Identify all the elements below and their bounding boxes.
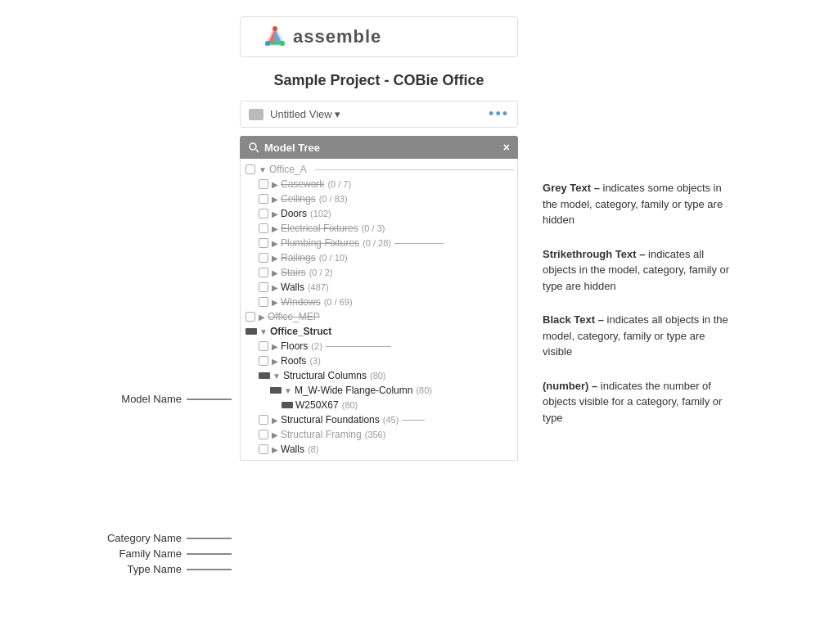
svg-point-4 — [273, 26, 277, 31]
category-name-line — [187, 538, 232, 539]
annotation-black-bold: Black Text – — [543, 313, 604, 326]
item-text-walls-struct: Walls — [281, 444, 304, 455]
svg-line-8 — [256, 150, 259, 153]
expand-office-a[interactable]: ▼ — [259, 165, 267, 174]
expand-stairs[interactable]: ▶ — [272, 268, 278, 277]
checkbox-struct-foundations[interactable] — [259, 415, 268, 425]
model-tree-header: Model Tree × — [240, 136, 518, 159]
count-windows: (0 / 69) — [324, 297, 353, 307]
item-text-stairs: Stairs — [281, 267, 306, 278]
checkbox-plumbing[interactable] — [259, 238, 268, 248]
item-text-doors: Doors — [281, 208, 307, 219]
tree-row-struct-framing[interactable]: ▶ Structural Framing (356) — [241, 427, 517, 442]
checkbox-ceilings[interactable] — [259, 194, 268, 204]
annotation-strikethrough-content: Strikethrough Text – indicates all objec… — [543, 246, 731, 295]
model-tree-container: ▼ Office_A ▶ Casework (0 / 7) ▶ Ceilings… — [240, 159, 518, 461]
checkbox-struct-framing[interactable] — [259, 430, 268, 439]
category-name-label: Category Name — [107, 532, 232, 544]
checkbox-office-a[interactable] — [246, 164, 255, 174]
expand-mw-wide-flange[interactable]: ▼ — [284, 386, 292, 395]
expand-struct-columns[interactable]: ▼ — [273, 372, 281, 381]
checkbox-railings[interactable] — [259, 253, 268, 263]
checkbox-walls-struct[interactable] — [259, 444, 268, 454]
expand-railings[interactable]: ▶ — [272, 254, 278, 263]
checkbox-electrical[interactable] — [259, 223, 268, 233]
tree-row-office-a[interactable]: ▼ Office_A — [241, 162, 517, 177]
tree-row-ceilings[interactable]: ▶ Ceilings (0 / 83) — [241, 191, 517, 206]
expand-electrical[interactable]: ▶ — [272, 224, 278, 233]
item-text-office-mep: Office_MEP — [268, 311, 320, 322]
grey-line-office-a — [315, 169, 514, 170]
family-name-label: Family Name — [107, 547, 232, 560]
expand-walls-struct[interactable]: ▶ — [272, 445, 278, 454]
expand-plumbing[interactable]: ▶ — [272, 239, 278, 248]
tree-row-w250x67[interactable]: W250X67 (80) — [241, 398, 517, 412]
tree-row-mw-wide-flange[interactable]: ▼ M_W-Wide Flange-Column (80) — [241, 383, 517, 398]
expand-windows[interactable]: ▶ — [272, 298, 278, 307]
item-text-mw-wide-flange: M_W-Wide Flange-Column — [295, 385, 413, 396]
expand-casework[interactable]: ▶ — [272, 180, 278, 189]
view-bar[interactable]: Untitled View ▾ ••• — [240, 101, 518, 128]
item-text-office-struct: Office_Struct — [270, 326, 331, 337]
tree-row-plumbing[interactable]: ▶ Plumbing Fixtures (0 / 28) — [241, 236, 517, 250]
count-walls-a: (487) — [308, 282, 329, 292]
view-options-dots[interactable]: ••• — [489, 106, 509, 123]
connector-floors — [326, 346, 391, 347]
checkbox-floors[interactable] — [259, 341, 268, 351]
tree-row-casework[interactable]: ▶ Casework (0 / 7) — [241, 177, 517, 191]
svg-point-5 — [265, 41, 270, 46]
tree-row-roofs[interactable]: ▶ Roofs (3) — [241, 354, 517, 368]
view-icon — [249, 109, 264, 120]
expand-doors[interactable]: ▶ — [272, 209, 278, 218]
center-panel: assemble Sample Project - COBie Office U… — [240, 16, 518, 628]
close-icon[interactable]: × — [503, 141, 510, 154]
expand-office-struct[interactable]: ▼ — [259, 327, 268, 336]
tree-row-walls-a[interactable]: ▶ Walls (487) — [241, 280, 517, 295]
checkbox-stairs[interactable] — [259, 268, 268, 277]
count-casework: (0 / 7) — [327, 179, 351, 189]
tree-row-stairs[interactable]: ▶ Stairs (0 / 2) — [241, 265, 517, 280]
swatch-mw-wide-flange — [270, 387, 282, 394]
count-roofs: (3) — [309, 356, 320, 366]
view-label[interactable]: Untitled View ▾ — [270, 108, 340, 120]
item-text-roofs: Roofs — [281, 355, 306, 367]
item-text-electrical: Electrical Fixtures — [281, 223, 358, 234]
item-text-struct-foundations: Structural Foundations — [281, 414, 380, 426]
checkbox-office-mep[interactable] — [246, 312, 255, 322]
expand-walls-a[interactable]: ▶ — [272, 283, 278, 292]
item-text-windows: Windows — [281, 296, 321, 308]
tree-row-struct-foundations[interactable]: ▶ Structural Foundations (45) — [241, 412, 517, 427]
checkbox-casework[interactable] — [259, 179, 268, 189]
count-electrical: (0 / 3) — [362, 223, 385, 233]
item-text-w250x67: W250X67 — [295, 399, 339, 411]
tree-row-struct-columns[interactable]: ▼ Structural Columns (80) — [241, 368, 517, 383]
annotation-strikethrough-text: Strikethrough Text – indicates all objec… — [543, 246, 731, 295]
tree-row-walls-struct[interactable]: ▶ Walls (8) — [241, 442, 517, 457]
expand-floors[interactable]: ▶ — [272, 342, 278, 351]
expand-roofs[interactable]: ▶ — [272, 357, 278, 366]
tree-row-office-mep[interactable]: ▶ Office_MEP — [241, 309, 517, 324]
tree-row-electrical[interactable]: ▶ Electrical Fixtures (0 / 3) — [241, 221, 517, 236]
tree-row-doors[interactable]: ▶ Doors (102) — [241, 206, 517, 221]
model-name-line — [187, 399, 232, 400]
expand-struct-foundations[interactable]: ▶ — [272, 416, 278, 425]
checkbox-windows[interactable] — [259, 297, 268, 307]
checkbox-walls-a[interactable] — [259, 282, 268, 292]
expand-struct-framing[interactable]: ▶ — [272, 430, 278, 439]
item-text-office-a: Office_A — [269, 164, 307, 175]
logo-text: assemble — [293, 26, 381, 47]
tree-row-office-struct[interactable]: ▼ Office_Struct — [241, 324, 517, 339]
tree-row-windows[interactable]: ▶ Windows (0 / 69) — [241, 295, 517, 309]
tree-row-railings[interactable]: ▶ Railings (0 / 10) — [241, 250, 517, 265]
count-struct-framing: (356) — [365, 430, 386, 439]
checkbox-doors[interactable] — [259, 209, 268, 218]
expand-ceilings[interactable]: ▶ — [272, 195, 278, 204]
checkbox-roofs[interactable] — [259, 356, 268, 366]
expand-office-mep[interactable]: ▶ — [259, 313, 265, 322]
annotation-number-bold: (number) – — [543, 380, 597, 392]
assemble-logo-icon — [264, 25, 286, 48]
count-mw-wide-flange: (80) — [416, 385, 432, 395]
swatch-struct-columns — [259, 372, 270, 379]
tree-row-floors[interactable]: ▶ Floors (2) — [241, 339, 517, 354]
annotation-grey-bold: Grey Text – — [543, 182, 600, 194]
